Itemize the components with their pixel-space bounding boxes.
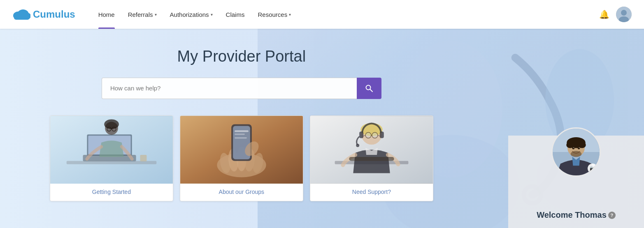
search-icon bbox=[365, 84, 373, 92]
nav-home[interactable]: Home bbox=[92, 0, 121, 29]
referrals-chevron-icon: ▾ bbox=[155, 12, 157, 17]
svg-rect-15 bbox=[67, 161, 157, 164]
svg-point-61 bbox=[579, 147, 580, 148]
welcome-avatar[interactable]: 📷 bbox=[551, 127, 601, 177]
svg-rect-35 bbox=[235, 134, 245, 135]
nav-resources[interactable]: Resources ▾ bbox=[251, 0, 298, 29]
card-need-support[interactable]: Need Support? bbox=[310, 115, 433, 201]
logo-text: Cumulus bbox=[33, 9, 75, 20]
nav-claims[interactable]: Claims bbox=[219, 0, 251, 29]
hero-section: My Provider Portal bbox=[0, 29, 644, 228]
need-support-illustration bbox=[310, 116, 433, 184]
card-label-about-groups[interactable]: About our Groups bbox=[180, 184, 303, 201]
camera-icon[interactable]: 📷 bbox=[588, 164, 598, 173]
svg-point-60 bbox=[573, 147, 574, 148]
logo[interactable]: Cumulus bbox=[12, 8, 75, 21]
search-input[interactable] bbox=[102, 78, 357, 99]
card-image-about-groups bbox=[180, 116, 303, 184]
card-label-getting-started[interactable]: Getting Started bbox=[50, 184, 173, 201]
authorizations-chevron-icon: ▾ bbox=[211, 12, 213, 17]
header: Cumulus Home Referrals ▾ Authorizations … bbox=[0, 0, 644, 29]
svg-point-49 bbox=[356, 144, 359, 147]
svg-point-43 bbox=[372, 132, 378, 138]
card-label-need-support[interactable]: Need Support? bbox=[310, 184, 433, 201]
card-image-getting-started bbox=[50, 116, 173, 184]
help-icon[interactable]: ? bbox=[608, 212, 616, 219]
avatar-image bbox=[616, 7, 632, 22]
nav-referrals[interactable]: Referrals ▾ bbox=[121, 0, 163, 29]
svg-rect-36 bbox=[235, 137, 247, 138]
user-avatar[interactable] bbox=[616, 7, 632, 22]
header-right: 🔔 bbox=[599, 7, 632, 22]
search-button[interactable] bbox=[357, 78, 381, 99]
hero-title: My Provider Portal bbox=[177, 48, 306, 65]
svg-rect-47 bbox=[359, 131, 363, 138]
welcome-text: Welcome Thomas ? bbox=[537, 210, 616, 220]
svg-rect-50 bbox=[349, 157, 394, 161]
svg-rect-48 bbox=[380, 131, 384, 138]
svg-point-58 bbox=[572, 147, 575, 150]
svg-point-42 bbox=[365, 132, 371, 138]
svg-line-13 bbox=[370, 89, 372, 92]
svg-point-41 bbox=[360, 123, 383, 136]
notification-bell-icon[interactable]: 🔔 bbox=[599, 9, 609, 19]
svg-point-59 bbox=[578, 147, 580, 150]
cloud-icon bbox=[12, 8, 30, 21]
svg-rect-3 bbox=[14, 16, 30, 20]
card-about-groups[interactable]: About our Groups bbox=[180, 115, 303, 201]
svg-rect-24 bbox=[140, 154, 146, 161]
card-image-need-support bbox=[310, 116, 433, 184]
svg-point-5 bbox=[621, 10, 627, 16]
cards-row: Getting Started bbox=[50, 115, 433, 201]
card-getting-started[interactable]: Getting Started bbox=[50, 115, 173, 201]
resources-chevron-icon: ▾ bbox=[289, 12, 291, 17]
welcome-panel: 📷 Welcome Thomas ? bbox=[508, 136, 644, 228]
svg-rect-34 bbox=[235, 130, 249, 132]
about-groups-illustration bbox=[180, 116, 303, 184]
main-nav: Home Referrals ▾ Authorizations ▾ Claims… bbox=[92, 0, 599, 29]
svg-point-20 bbox=[104, 119, 119, 129]
hero-content: My Provider Portal bbox=[0, 29, 483, 228]
getting-started-illustration bbox=[50, 116, 173, 184]
nav-authorizations[interactable]: Authorizations ▾ bbox=[163, 0, 219, 29]
search-bar bbox=[102, 78, 381, 99]
